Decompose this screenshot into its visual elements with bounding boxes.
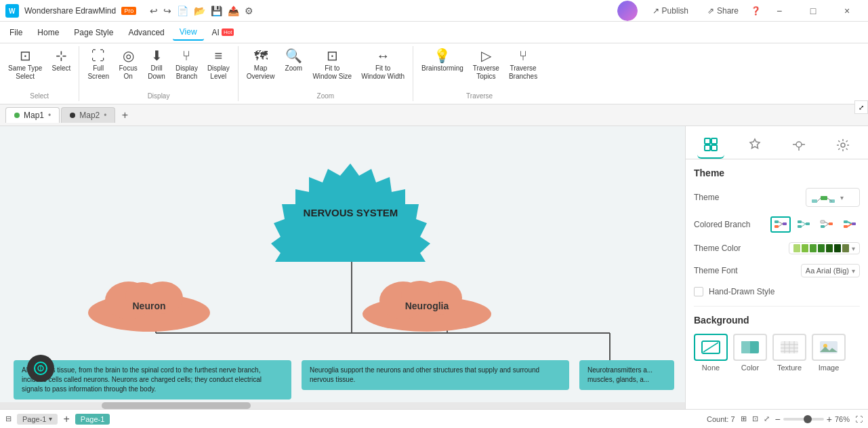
tab-map1[interactable]: Map1 • bbox=[5, 107, 60, 123]
zoom-out-button[interactable]: − bbox=[775, 414, 781, 425]
menu-file[interactable]: File bbox=[3, 25, 29, 40]
bg-option-none[interactable]: None bbox=[694, 334, 728, 372]
svg-line-35 bbox=[779, 224, 783, 227]
traverse-topics-button[interactable]: ▷ TraverseTopics bbox=[469, 46, 503, 83]
menu-view[interactable]: View bbox=[173, 24, 204, 41]
branch-style-3[interactable] bbox=[817, 216, 837, 233]
panel-tab-layout[interactable] bbox=[697, 132, 724, 159]
same-type-select-button[interactable]: ⊡ Same TypeSelect bbox=[4, 46, 46, 83]
display-level-button[interactable]: ≡ DisplayLevel bbox=[203, 46, 234, 83]
svg-rect-43 bbox=[829, 222, 833, 225]
select-button[interactable]: ⊹ Select bbox=[47, 46, 75, 75]
canvas[interactable]: NERVOUS SYSTEM Neuron Ne bbox=[0, 126, 685, 409]
tab-map1-close[interactable]: • bbox=[48, 111, 51, 120]
scrollbar-horizontal[interactable] bbox=[0, 402, 685, 409]
theme-font-selector[interactable]: Aa Arial (Big) ▾ bbox=[801, 264, 860, 277]
save-icon[interactable]: 💾 bbox=[211, 5, 222, 16]
minimize-button[interactable]: − bbox=[764, 0, 795, 22]
tab-map2[interactable]: Map2 • bbox=[61, 107, 115, 123]
traverse-branches-button[interactable]: ⑂ TraverseBranches bbox=[505, 46, 541, 83]
fit-window-size-button[interactable]: ⊡ Fit toWindow Size bbox=[308, 46, 356, 83]
status-right: Count: 7 ⊞ ⊡ ⤢ − + 76% ⛶ bbox=[707, 414, 863, 425]
menu-advanced[interactable]: Advanced bbox=[121, 25, 171, 40]
grid-icon[interactable]: ⊞ bbox=[741, 414, 747, 423]
zoom-level[interactable]: 76% bbox=[835, 415, 850, 423]
zoom-slider[interactable] bbox=[783, 418, 824, 421]
display-branch-label: DisplayBranch bbox=[175, 64, 198, 81]
zoom-thumb[interactable] bbox=[804, 415, 812, 423]
publish-icon: ↗ bbox=[653, 6, 659, 16]
fit-icon[interactable]: ⊡ bbox=[752, 414, 758, 423]
svg-rect-32 bbox=[774, 225, 779, 228]
zoom-in-button[interactable]: + bbox=[827, 414, 832, 425]
theme-color-palette[interactable]: ▾ bbox=[789, 242, 860, 254]
share-button[interactable]: ⇗ Share bbox=[701, 4, 745, 18]
svg-rect-20 bbox=[705, 138, 710, 144]
neuron-info-box[interactable]: All nervous tissue, from the brain to th… bbox=[14, 360, 291, 400]
panel-tab-style[interactable] bbox=[741, 132, 768, 159]
count-label: Count: 7 bbox=[707, 415, 735, 423]
neuroglia-node[interactable]: Neuroglia bbox=[356, 279, 498, 333]
colored-branch-options bbox=[770, 216, 860, 233]
expand-icon[interactable]: ⤢ bbox=[764, 414, 770, 423]
open-icon[interactable]: 📂 bbox=[194, 5, 205, 16]
publish-button[interactable]: ↗ Publish bbox=[646, 4, 695, 18]
neuron-node[interactable]: Neuron bbox=[81, 279, 217, 333]
hand-drawn-checkbox[interactable] bbox=[694, 287, 703, 296]
help-icon[interactable]: ❓ bbox=[751, 6, 761, 16]
branch-style-2[interactable] bbox=[793, 216, 814, 233]
neurotransmitters-info-box[interactable]: Neurotransmitters a... muscles, glands, … bbox=[579, 360, 674, 390]
current-page-tab[interactable]: Page-1 bbox=[75, 414, 110, 425]
branch-style-1[interactable] bbox=[770, 216, 791, 233]
title-bar: W Wondershare EdrawMind Pro ↩ ↪ 📄 📂 💾 📤 … bbox=[0, 0, 868, 22]
menu-page-style[interactable]: Page Style bbox=[67, 25, 120, 40]
display-branch-button[interactable]: ⑂ DisplayBranch bbox=[171, 46, 202, 83]
panel-tab-location[interactable] bbox=[785, 132, 812, 159]
map-overview-icon: 🗺 bbox=[254, 49, 268, 62]
display-level-icon: ≡ bbox=[214, 49, 222, 62]
maximize-button[interactable]: □ bbox=[798, 0, 829, 22]
fit-window-width-button[interactable]: ↔ Fit toWindow Width bbox=[357, 46, 409, 83]
page-tab-1[interactable]: Page-1 ▾ bbox=[17, 414, 58, 425]
bg-option-image[interactable]: Image bbox=[812, 334, 846, 372]
panel-tab-settings[interactable] bbox=[829, 132, 856, 159]
add-tab-button[interactable]: + bbox=[117, 107, 133, 123]
display-group-label: Display bbox=[148, 92, 170, 100]
branch-style-4[interactable] bbox=[840, 216, 860, 233]
full-screen-button[interactable]: ⛶ FullScreen bbox=[83, 46, 113, 83]
close-button[interactable]: × bbox=[831, 0, 863, 22]
ai-orb-button[interactable] bbox=[27, 355, 54, 382]
theme-color-label: Theme Color bbox=[694, 244, 741, 253]
menu-ai[interactable]: AI Hot bbox=[205, 25, 241, 40]
more-icon[interactable]: ⚙ bbox=[245, 5, 253, 16]
expand-panel-button[interactable]: ⤢ bbox=[854, 100, 868, 114]
central-node[interactable]: NERVOUS SYSTEM bbox=[251, 163, 451, 262]
status-bar: ⊟ Page-1 ▾ + Page-1 Count: 7 ⊞ ⊡ ⤢ − + 7… bbox=[0, 409, 868, 428]
menu-home[interactable]: Home bbox=[30, 25, 66, 40]
tab-map2-label: Map2 bbox=[79, 111, 100, 120]
focus-on-icon: ◎ bbox=[123, 49, 134, 62]
add-page-button[interactable]: + bbox=[63, 413, 69, 425]
menu-bar: File Home Page Style Advanced View AI Ho… bbox=[0, 22, 868, 43]
drill-down-button[interactable]: ⬇ DrillDown bbox=[143, 46, 170, 83]
focus-on-button[interactable]: ◎ FocusOn bbox=[115, 46, 142, 83]
bg-option-texture[interactable]: Texture bbox=[772, 334, 806, 372]
full-screen-label: FullScreen bbox=[87, 64, 109, 81]
color-palette-arrow: ▾ bbox=[852, 245, 855, 252]
bg-option-color[interactable]: Color bbox=[733, 334, 767, 372]
redo-icon[interactable]: ↪ bbox=[163, 5, 171, 16]
layout-toggle-icon[interactable]: ⊟ bbox=[5, 414, 12, 423]
tab-map2-close[interactable]: • bbox=[104, 111, 106, 120]
fullscreen-icon[interactable]: ⛶ bbox=[855, 415, 863, 423]
zoom-button[interactable]: 🔍 Zoom bbox=[280, 46, 307, 75]
scrollbar-thumb[interactable] bbox=[102, 402, 251, 409]
neuroglia-info-box[interactable]: Neuroglia support the neurons and other … bbox=[302, 360, 569, 390]
undo-icon[interactable]: ↩ bbox=[150, 5, 158, 16]
new-icon[interactable]: 📄 bbox=[177, 5, 188, 16]
export-icon[interactable]: 📤 bbox=[228, 5, 239, 16]
brainstorming-button[interactable]: 💡 Brainstorming bbox=[417, 46, 468, 75]
map-overview-button[interactable]: 🗺 MapOverview bbox=[243, 46, 279, 83]
theme-selector[interactable]: ▾ bbox=[806, 188, 860, 207]
colored-branch-row: Colored Branch bbox=[694, 216, 860, 233]
color-swatch-2 bbox=[802, 244, 808, 252]
